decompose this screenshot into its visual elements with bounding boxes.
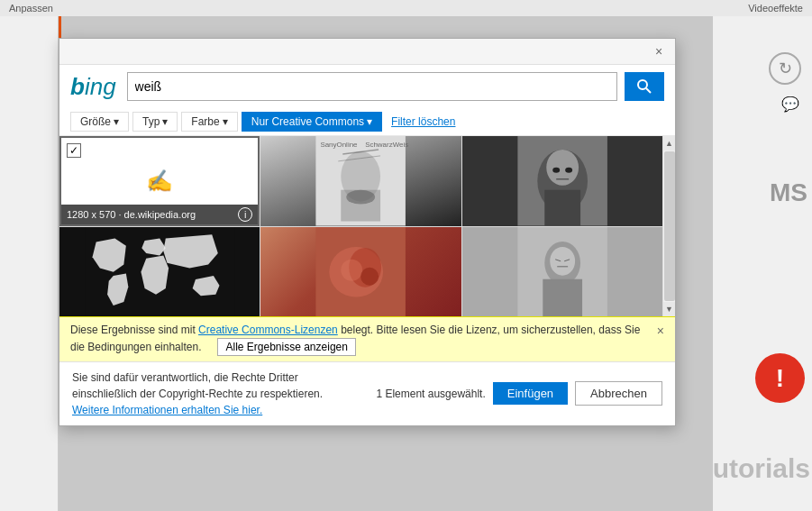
size-filter-button[interactable]: Größe ▾ bbox=[70, 112, 129, 132]
cc-notice-bar: Diese Ergebnisse sind mit Creative Commo… bbox=[59, 316, 675, 361]
app-top-bar: Anpassen Videoeffekte bbox=[0, 0, 812, 16]
dialog-titlebar: × bbox=[59, 39, 675, 65]
search-input[interactable] bbox=[127, 72, 617, 101]
chevron-down-icon: ▾ bbox=[223, 115, 228, 128]
color-filter-button[interactable]: Farbe ▾ bbox=[181, 112, 237, 132]
svg-text:SanyOnline: SanyOnline bbox=[321, 141, 359, 149]
type-filter-button[interactable]: Typ ▾ bbox=[132, 112, 178, 132]
top-bar-right-label: Videoeffekte bbox=[748, 3, 803, 14]
show-all-results-button[interactable]: Alle Ergebnisse anzeigen bbox=[217, 338, 355, 356]
chat-icon[interactable]: 💬 bbox=[781, 96, 799, 113]
insert-button[interactable]: Einfügen bbox=[493, 382, 568, 405]
footer-actions: 1 Element ausgewählt. Einfügen Abbrechen bbox=[376, 381, 662, 406]
filter-bar: Größe ▾ Typ ▾ Farbe ▾ Nur Creative Commo… bbox=[59, 108, 675, 136]
image-cell-3[interactable] bbox=[462, 136, 662, 226]
info-icon[interactable]: i bbox=[238, 207, 252, 222]
cancel-button[interactable]: Abbrechen bbox=[575, 381, 662, 406]
scrollbar[interactable]: ▲ ▼ bbox=[662, 136, 675, 316]
svg-text:SchwarzWeis: SchwarzWeis bbox=[365, 141, 408, 149]
left-strip bbox=[0, 16, 59, 511]
svg-point-12 bbox=[546, 150, 579, 186]
search-bar: bing bbox=[59, 65, 675, 108]
svg-point-14 bbox=[552, 168, 560, 173]
dialog-footer: Sie sind dafür verantwortlich, die Recht… bbox=[59, 361, 675, 425]
cc-link[interactable]: Creative Commons-Lizenzen bbox=[198, 324, 338, 336]
portrait-svg-6 bbox=[462, 227, 662, 317]
ms-text: MS bbox=[770, 178, 807, 207]
portrait-svg-2: SanyOnline SchwarzWeis bbox=[260, 136, 461, 226]
svg-point-7 bbox=[347, 190, 376, 205]
bing-logo: bing bbox=[70, 73, 116, 101]
texture-svg-5 bbox=[260, 227, 461, 317]
clear-filter-button[interactable]: Filter löschen bbox=[386, 113, 461, 131]
search-icon bbox=[636, 78, 652, 95]
svg-rect-25 bbox=[543, 278, 582, 316]
image-tooltip-1: 1280 x 570 · de.wikipedia.org i bbox=[61, 205, 258, 224]
footer-legal-text: Sie sind dafür verantwortlich, die Recht… bbox=[72, 370, 323, 418]
image-area: ✓ ✍ 1280 x 570 · de.wikipedia.org i Sany… bbox=[59, 136, 675, 316]
svg-point-21 bbox=[342, 259, 363, 280]
sync-icon[interactable]: ↻ bbox=[769, 52, 801, 85]
image-cell-2[interactable]: SanyOnline SchwarzWeis bbox=[260, 136, 461, 226]
image-cell-1[interactable]: ✓ ✍ 1280 x 570 · de.wikipedia.org i bbox=[59, 136, 260, 226]
image-cell-4[interactable] bbox=[59, 227, 260, 317]
chevron-down-icon: ▾ bbox=[114, 115, 119, 128]
cc-notice-content: Diese Ergebnisse sind mit Creative Commo… bbox=[70, 323, 650, 356]
svg-point-26 bbox=[550, 246, 575, 275]
scroll-thumb[interactable] bbox=[664, 151, 675, 301]
scroll-down-button[interactable]: ▼ bbox=[663, 302, 676, 316]
svg-point-0 bbox=[638, 80, 647, 89]
alert-badge: ! bbox=[755, 353, 805, 403]
cc-filter-button[interactable]: Nur Creative Commons ▾ bbox=[242, 112, 382, 132]
legal-info-link[interactable]: Weitere Informationen erhalten Sie hier. bbox=[72, 404, 262, 416]
svg-rect-13 bbox=[544, 190, 580, 226]
top-bar-left-label: Anpassen bbox=[9, 3, 53, 14]
selection-count-label: 1 Element ausgewählt. bbox=[376, 388, 485, 400]
image-cell-6[interactable] bbox=[462, 227, 662, 317]
right-strip: ↻ 💬 MS ! utorials bbox=[713, 16, 812, 511]
tutorials-text: utorials bbox=[713, 453, 810, 484]
svg-point-22 bbox=[360, 267, 379, 285]
image-checkbox-1[interactable]: ✓ bbox=[67, 143, 81, 158]
svg-point-15 bbox=[565, 168, 572, 173]
image-cell-5[interactable] bbox=[260, 227, 461, 317]
search-button[interactable] bbox=[625, 72, 664, 101]
chevron-down-icon: ▾ bbox=[162, 115, 168, 128]
portrait-svg-3 bbox=[462, 136, 662, 226]
cursor-hand-icon: ✍ bbox=[146, 169, 173, 194]
scroll-up-button[interactable]: ▲ bbox=[663, 136, 676, 151]
image-grid: ✓ ✍ 1280 x 570 · de.wikipedia.org i Sany… bbox=[59, 136, 662, 316]
bing-image-dialog: × bing Größe ▾ Typ ▾ Farbe ▾ Nur Creativ bbox=[59, 38, 676, 426]
svg-line-1 bbox=[646, 88, 651, 93]
cc-notice-close-button[interactable]: × bbox=[657, 323, 664, 341]
dialog-close-button[interactable]: × bbox=[650, 42, 668, 60]
world-map-svg bbox=[59, 227, 260, 317]
chevron-down-icon: ▾ bbox=[367, 115, 372, 128]
